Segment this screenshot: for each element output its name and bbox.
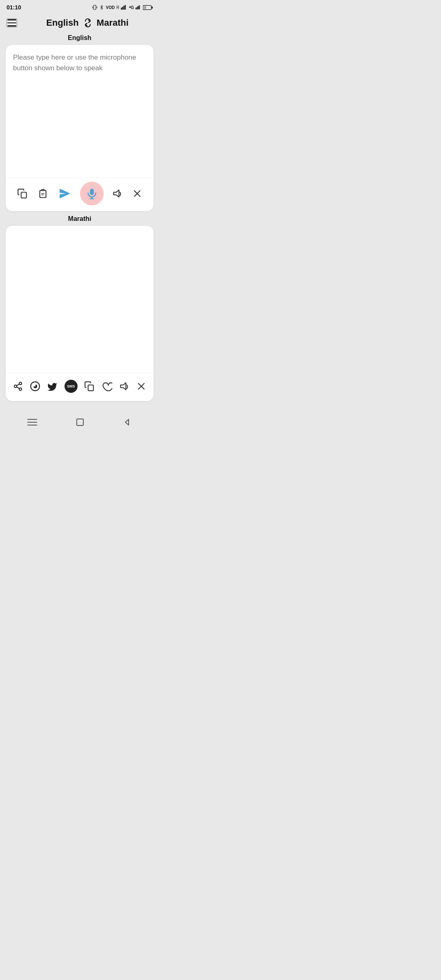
main-content: English [0,34,159,407]
svg-rect-34 [77,419,83,425]
svg-rect-4 [125,5,126,9]
svg-point-26 [31,382,40,391]
target-copy-button[interactable] [82,379,96,393]
target-language-label: Marathi [6,215,154,223]
svg-line-25 [17,387,20,388]
signal-4g-icon [136,5,141,10]
source-language-label: English [6,34,154,42]
network-type: ⁴G [129,5,134,10]
svg-rect-2 [122,7,123,9]
microphone-button[interactable] [80,182,104,205]
sms-bubble: SMS [65,380,78,393]
sms-button[interactable]: SMS [63,378,79,394]
sms-text: SMS [67,384,75,388]
svg-rect-10 [151,6,153,8]
svg-rect-27 [88,385,94,391]
target-output [6,226,154,373]
network-text: VOD [106,5,115,10]
signal-text: R [116,5,119,10]
nav-menu-button[interactable] [25,416,39,428]
nav-menu-icon [27,418,38,427]
target-speaker-icon [119,381,129,392]
svg-rect-7 [138,6,139,9]
target-close-icon [136,381,146,391]
speaker-icon [112,188,122,199]
svg-marker-18 [114,190,119,197]
target-clear-button[interactable] [135,380,148,393]
svg-rect-11 [143,6,146,9]
target-speaker-button[interactable] [117,379,131,393]
status-bar: 01:10 VOD R ⁴G [0,0,159,13]
favorite-button[interactable] [100,380,114,393]
source-language-button[interactable]: English [46,18,78,28]
nav-home-button[interactable] [74,416,87,429]
svg-rect-15 [90,189,94,195]
battery-icon [143,5,153,10]
svg-marker-28 [121,383,126,390]
mic-icon [86,188,98,199]
status-time: 01:10 [7,4,21,11]
twitter-button[interactable] [45,380,59,392]
source-input[interactable] [6,45,154,176]
language-selector: English Marathi [22,17,153,29]
app-header: English Marathi [0,13,159,34]
swap-icon [82,17,94,29]
signal-icon [121,5,127,10]
svg-rect-1 [121,8,122,10]
whatsapp-button[interactable] [28,379,42,393]
svg-line-24 [17,384,20,385]
paste-button[interactable] [36,187,50,200]
nav-home-icon [75,417,85,427]
vibrate-icon [92,4,98,10]
source-card [6,45,154,211]
status-icons: VOD R ⁴G [92,4,153,10]
swap-languages-button[interactable] [82,17,94,29]
nav-back-icon [122,417,132,427]
source-toolbar [6,177,154,211]
svg-rect-6 [137,7,138,9]
whatsapp-icon [30,381,40,392]
close-icon [132,189,142,198]
navigation-bar [0,411,159,434]
svg-rect-5 [136,8,136,9]
svg-rect-3 [124,6,125,10]
bluetooth-icon [99,4,104,10]
nav-back-button[interactable] [121,416,134,429]
svg-marker-35 [125,419,129,425]
source-speaker-button[interactable] [110,187,124,200]
svg-marker-14 [60,189,70,198]
target-copy-icon [84,381,95,392]
svg-rect-13 [40,190,46,197]
svg-rect-12 [21,192,27,198]
translate-button[interactable] [56,186,74,201]
target-card: SMS [6,226,154,401]
menu-button[interactable] [7,18,17,27]
svg-rect-0 [94,5,96,10]
target-language-button[interactable]: Marathi [97,18,129,28]
target-toolbar: SMS [6,373,154,401]
copy-icon [17,188,28,199]
copy-button[interactable] [16,187,29,200]
share-button[interactable] [11,380,24,393]
send-icon [58,187,72,200]
heart-icon [102,381,112,391]
svg-rect-8 [139,5,140,9]
share-icon [13,381,23,391]
paste-icon [38,188,48,199]
twitter-icon [47,382,58,391]
source-clear-button[interactable] [131,187,144,200]
